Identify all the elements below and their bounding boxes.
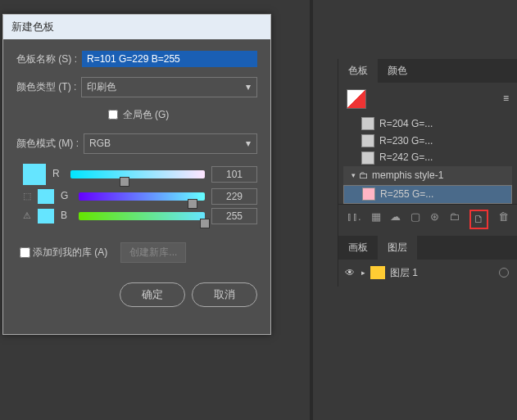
cloud-icon[interactable]: ☁ xyxy=(390,210,401,229)
swatch-item: R=242 G=... xyxy=(343,149,512,166)
create-new-library-select[interactable]: 创建新库... xyxy=(120,242,186,263)
folder-label: memphis style-1 xyxy=(372,169,443,183)
global-color-checkbox[interactable] xyxy=(108,110,118,120)
color-mode-select[interactable]: RGB xyxy=(84,133,257,154)
swatch-folder[interactable]: ▾ 🗀 memphis style-1 xyxy=(343,166,512,185)
swatch-label[interactable]: R=230 G=... xyxy=(379,134,433,148)
cancel-button[interactable]: 取消 xyxy=(192,282,257,307)
g-value-input[interactable] xyxy=(211,188,257,205)
folder-icon: 🗀 xyxy=(359,169,369,183)
swatch-item: R=204 G=... xyxy=(343,115,512,133)
dialog-title: 新建色板 xyxy=(3,15,270,39)
color-mode-label: 颜色模式 (M) : xyxy=(16,137,79,151)
swatch-label: R=255 G=... xyxy=(380,187,433,201)
swatch-item-selected[interactable]: R=255 G=... xyxy=(343,185,512,204)
swatch-label[interactable]: R=242 G=... xyxy=(379,151,433,165)
panel-divider xyxy=(310,0,313,420)
b-value-input[interactable] xyxy=(211,208,257,224)
layer-thumbnail-icon xyxy=(370,266,385,279)
current-swatch-icon xyxy=(347,89,366,109)
color-preview-swatch xyxy=(23,164,46,185)
cube-icon: ⬚ xyxy=(23,190,31,202)
g-preview xyxy=(38,189,54,204)
color-type-select[interactable]: 印刷色 xyxy=(81,77,257,97)
global-color-label: 全局色 (G) xyxy=(123,108,170,122)
folder-new-icon[interactable]: 🗀 xyxy=(449,210,460,229)
new-swatch-dialog: 新建色板 色板名称 (S) : 颜色类型 (T) : 印刷色 全局色 (G) 颜… xyxy=(2,14,271,335)
show-icon[interactable]: ▦ xyxy=(371,210,381,229)
swatches-panel: 色板 颜色 ≡ R=204 G=... R=230 G=... R=242 G=… xyxy=(338,59,517,287)
b-preview xyxy=(38,209,54,224)
tab-color[interactable]: 颜色 xyxy=(378,59,417,83)
add-to-library-checkbox[interactable] xyxy=(20,247,30,258)
chevron-down-icon: ▾ xyxy=(351,170,356,181)
b-label: B xyxy=(61,209,72,223)
g-slider[interactable] xyxy=(79,192,205,201)
ok-button[interactable]: 确定 xyxy=(120,282,185,307)
warn-icon: ⚠ xyxy=(23,210,31,222)
trash-icon[interactable]: 🗑 xyxy=(498,210,509,229)
tab-layers[interactable]: 图层 xyxy=(378,236,417,260)
swatch-label[interactable]: R=204 G=... xyxy=(379,117,433,131)
r-value-input[interactable] xyxy=(211,166,257,183)
group-icon[interactable]: ▢ xyxy=(410,210,420,229)
panel-menu-icon[interactable]: ≡ xyxy=(503,92,509,106)
r-slider[interactable] xyxy=(70,170,205,178)
color-type-label: 颜色类型 (T) : xyxy=(16,80,76,94)
r-label: R xyxy=(52,167,64,181)
g-label: G xyxy=(61,189,72,203)
b-slider[interactable] xyxy=(79,212,205,220)
layer-target-icon[interactable] xyxy=(499,268,509,278)
swatch-name-label: 色板名称 (S) : xyxy=(16,52,77,66)
options-icon[interactable]: ⊛ xyxy=(430,210,439,229)
visibility-icon[interactable]: 👁 xyxy=(343,266,356,280)
swatch-name-input[interactable] xyxy=(82,51,257,67)
library-icon[interactable]: ⫿⫿. xyxy=(347,210,361,229)
tab-swatches[interactable]: 色板 xyxy=(338,59,378,83)
chevron-right-icon: ▸ xyxy=(361,268,365,278)
tab-artboard[interactable]: 画板 xyxy=(338,236,378,260)
new-swatch-icon[interactable]: 🗋 xyxy=(469,210,488,229)
layer-name: 图层 1 xyxy=(390,266,418,280)
swatch-item: R=230 G=... xyxy=(343,133,512,150)
add-to-library-label: 添加到我的库 (A) xyxy=(33,246,107,260)
layer-row[interactable]: 👁 ▸ 图层 1 xyxy=(343,263,512,283)
